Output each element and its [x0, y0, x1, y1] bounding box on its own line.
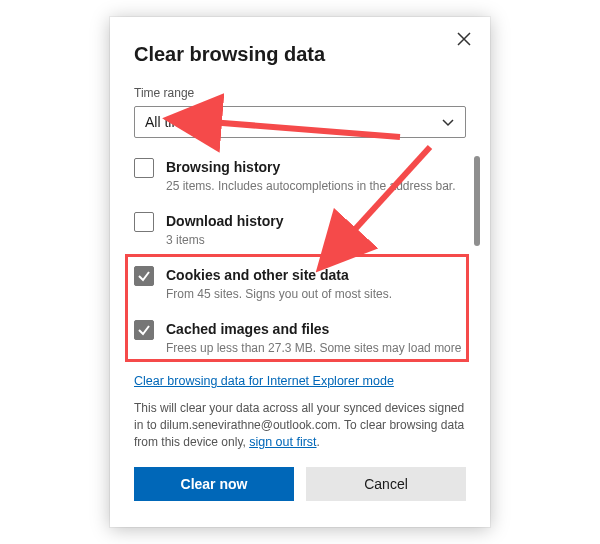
clear-now-button[interactable]: Clear now — [134, 467, 294, 501]
list-item: Cookies and other site data From 45 site… — [134, 264, 466, 304]
footnote-text-end: . — [317, 435, 320, 449]
checkbox-download-history[interactable] — [134, 212, 154, 232]
chevron-down-icon — [441, 115, 455, 129]
item-sub: 25 items. Includes autocompletions in th… — [166, 178, 456, 194]
time-range-value: All time — [145, 114, 191, 130]
close-icon — [457, 32, 471, 46]
check-icon — [137, 323, 151, 337]
cancel-button[interactable]: Cancel — [306, 467, 466, 501]
time-range-select[interactable]: All time — [134, 106, 466, 138]
scrollbar-thumb[interactable] — [474, 156, 480, 246]
button-row: Clear now Cancel — [134, 467, 466, 501]
clear-browsing-data-dialog: Clear browsing data Time range All time … — [110, 17, 490, 527]
list-item: Download history 3 items — [134, 210, 466, 250]
checkbox-cookies[interactable] — [134, 266, 154, 286]
sync-footnote: This will clear your data across all you… — [134, 400, 466, 451]
item-title: Cached images and files — [166, 320, 461, 338]
item-title: Download history — [166, 212, 283, 230]
data-type-list: Browsing history 25 items. Includes auto… — [134, 156, 466, 358]
close-button[interactable] — [452, 27, 476, 51]
sign-out-link[interactable]: sign out first — [249, 435, 316, 449]
item-title: Cookies and other site data — [166, 266, 392, 284]
check-icon — [137, 269, 151, 283]
item-sub: 3 items — [166, 232, 283, 248]
ie-mode-link[interactable]: Clear browsing data for Internet Explore… — [134, 374, 394, 388]
list-item: Browsing history 25 items. Includes auto… — [134, 156, 466, 196]
checkbox-cached[interactable] — [134, 320, 154, 340]
item-sub: From 45 sites. Signs you out of most sit… — [166, 286, 392, 302]
dialog-title: Clear browsing data — [134, 43, 466, 66]
item-title: Browsing history — [166, 158, 456, 176]
item-sub: Frees up less than 27.3 MB. Some sites m… — [166, 340, 461, 356]
checkbox-browsing-history[interactable] — [134, 158, 154, 178]
time-range-label: Time range — [134, 86, 466, 100]
list-item: Cached images and files Frees up less th… — [134, 318, 466, 358]
